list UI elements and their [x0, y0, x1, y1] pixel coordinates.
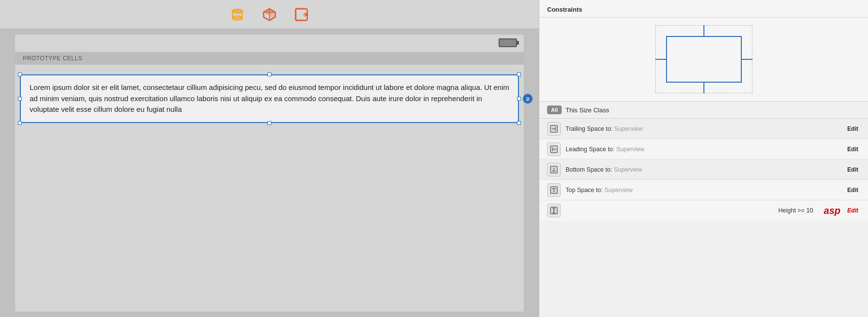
top-constraint-icon	[547, 183, 561, 197]
leading-constraint-row: Leading Space to: Superview Edit	[539, 139, 868, 159]
bottom-constraint-row: Bottom Space to: Superview Edit	[539, 159, 868, 180]
trailing-constraint-icon	[547, 122, 561, 136]
handle-mid-left[interactable]	[18, 97, 22, 101]
trailing-value: Superview	[614, 125, 642, 132]
size-class-bar: All This Size Class	[539, 102, 868, 119]
bottom-value: Superview	[614, 166, 642, 173]
lorem-text: Lorem ipsum dolor sit er elit lamet, con…	[30, 83, 509, 113]
cube-icon[interactable]	[261, 6, 278, 23]
constraint-diagram	[655, 25, 752, 93]
asp-watermark: asp	[824, 205, 840, 216]
handle-top-mid[interactable]	[267, 72, 271, 76]
bottom-label: Bottom Space to:	[566, 166, 612, 173]
text-cell-content: Lorem ipsum dolor sit er elit lamet, con…	[20, 75, 518, 123]
handle-bot-left[interactable]	[18, 121, 22, 125]
diag-line-right	[742, 59, 752, 60]
svg-point-3	[233, 9, 242, 13]
bottom-edit-button[interactable]: Edit	[845, 165, 860, 174]
indicator-symbol: ≥	[526, 96, 529, 102]
top-label: Top Space to:	[566, 187, 602, 194]
handle-top-left[interactable]	[18, 72, 22, 76]
export-icon[interactable]	[293, 6, 310, 23]
leading-edit-button[interactable]: Edit	[845, 145, 860, 154]
trailing-edit-button[interactable]: Edit	[845, 124, 860, 133]
inspector-panel: Constraints All This Size Class Trailing…	[539, 0, 868, 317]
inspector-header: Constraints	[539, 0, 868, 18]
top-edit-button[interactable]: Edit	[845, 186, 860, 194]
height-edit-button[interactable]: Edit	[845, 206, 860, 215]
constraints-visual	[539, 18, 868, 102]
canvas-panel: PROTOTYPE CELLS Lorem ipsum dolor sit er…	[0, 0, 539, 317]
leading-constraint-icon	[547, 142, 561, 156]
height-label: Height >=	[778, 207, 804, 214]
toolbar	[0, 0, 539, 29]
size-class-label: This Size Class	[566, 106, 609, 114]
size-class-badge[interactable]: All	[547, 106, 562, 114]
trailing-constraint-text: Trailing Space to: Superview	[566, 125, 840, 132]
prototype-cells-header: PROTOTYPE CELLS	[15, 52, 524, 65]
inner-box	[666, 36, 742, 83]
height-constraint-icon	[547, 204, 561, 217]
bottom-constraint-text: Bottom Space to: Superview	[566, 166, 840, 173]
height-value: 10	[806, 207, 813, 214]
top-constraint-row: Top Space to: Superview Edit	[539, 180, 868, 200]
leading-constraint-text: Leading Space to: Superview	[566, 146, 840, 153]
text-cell[interactable]: Lorem ipsum dolor sit er elit lamet, con…	[20, 74, 519, 123]
right-indicator: ≥	[523, 94, 533, 104]
simulator-screen: PROTOTYPE CELLS Lorem ipsum dolor sit er…	[15, 34, 524, 312]
leading-value: Superview	[616, 146, 644, 153]
trailing-label: Trailing Space to:	[566, 125, 613, 132]
inspector-title: Constraints	[547, 6, 860, 13]
battery-indicator	[499, 38, 517, 47]
handle-bot-right[interactable]	[517, 121, 521, 125]
bottom-constraint-icon	[547, 163, 561, 176]
simulator-body: PROTOTYPE CELLS Lorem ipsum dolor sit er…	[0, 29, 539, 317]
prototype-cells-label: PROTOTYPE CELLS	[23, 55, 83, 62]
trailing-constraint-row: Trailing Space to: Superview Edit	[539, 119, 868, 139]
top-constraint-text: Top Space to: Superview	[566, 187, 840, 194]
diag-line-left	[655, 59, 666, 60]
height-constraint-text: Height >= 10	[566, 207, 817, 214]
handle-bot-mid[interactable]	[267, 121, 271, 125]
diag-line-bottom	[703, 83, 704, 93]
leading-label: Leading Space to:	[566, 146, 615, 153]
handle-mid-right[interactable]	[517, 97, 521, 101]
diag-line-top	[703, 25, 704, 36]
height-constraint-row: Height >= 10 asp Edit	[539, 200, 868, 221]
database-icon[interactable]	[229, 6, 246, 23]
handle-top-right[interactable]	[517, 72, 521, 76]
top-value: Superview	[604, 187, 633, 194]
